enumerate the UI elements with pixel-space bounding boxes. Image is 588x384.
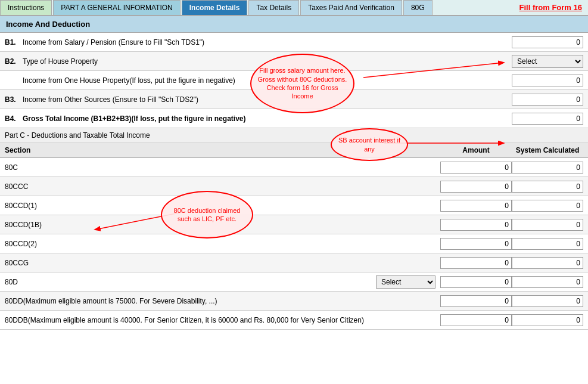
row-b1-id: B1. (5, 38, 23, 47)
row-b1-input[interactable] (512, 36, 583, 48)
tab-income-details[interactable]: Income Details (182, 0, 248, 15)
input-80ccd1-amount[interactable] (440, 200, 512, 212)
select-80d[interactable]: Select (376, 275, 435, 289)
annotation-bubble-1: Fill gross salary amount here. Gross wit… (250, 54, 354, 113)
row-b4-input[interactable] (512, 113, 583, 125)
annotation-bubble-3: 80C deduction claimed such as LIC, PF et… (161, 191, 253, 239)
input-80ccd2-syscalc[interactable] (512, 238, 583, 250)
input-80ddb-syscalc[interactable] (512, 314, 583, 326)
label-80ccd2: 80CCD(2) (5, 240, 440, 248)
input-80dd-syscalc[interactable] (512, 295, 583, 307)
tab-tax-details[interactable]: Tax Details (248, 0, 299, 15)
row-80ccd1: 80CCD(1) (0, 196, 588, 215)
tab-part-a[interactable]: PART A GENERAL INFORMATION (53, 0, 180, 15)
th-syscalc: System Calculated (512, 146, 583, 154)
row-80c: 80C (0, 158, 588, 177)
table-headers: Section Amount System Calculated (0, 143, 588, 158)
input-80dd-amount[interactable] (440, 295, 512, 307)
label-80ccc: 80CCC (5, 182, 440, 191)
row-80ccg: 80CCG (0, 253, 588, 272)
th-amount: Amount (440, 146, 512, 154)
label-80d: 80D (5, 278, 376, 286)
input-80ccd1-syscalc[interactable] (512, 200, 583, 212)
row-80ccc: 80CCC (0, 177, 588, 196)
fill-from-form-link[interactable]: Fill from Form 16 (514, 0, 588, 15)
tab-instructions[interactable]: Instructions (0, 0, 52, 15)
tab-taxes-paid[interactable]: Taxes Paid And Verification (300, 0, 402, 15)
label-80dd: 80DD(Maximum eligible amount is 75000. F… (5, 297, 440, 305)
row-80dd: 80DD(Maximum eligible amount is 75000. F… (0, 292, 588, 311)
part-c-header: Part C - Deductions and Taxable Total In… (0, 128, 588, 143)
row-b1-label: Income from Salary / Pension (Ensure to … (23, 38, 512, 47)
section-header: Income And Deduction (0, 16, 588, 33)
input-80ccg-syscalc[interactable] (512, 257, 583, 269)
row-house-input[interactable] (512, 75, 583, 86)
input-80c-amount[interactable] (440, 162, 512, 174)
row-80ccd1b: 80CCD(1B) (0, 215, 588, 234)
row-80d: 80D Select (0, 272, 588, 292)
input-80ccd2-amount[interactable] (440, 238, 512, 250)
row-b3-input[interactable] (512, 94, 583, 106)
input-80ccd1b-amount[interactable] (440, 219, 512, 231)
nav-tabs: Instructions PART A GENERAL INFORMATION … (0, 0, 588, 16)
label-80c: 80C (5, 163, 440, 172)
input-80ccc-syscalc[interactable] (512, 181, 583, 193)
row-b4-id: B4. (5, 114, 23, 123)
row-b2-select[interactable]: Select (512, 55, 583, 68)
row-80ddb: 80DDB(Maximum eligible amount is 40000. … (0, 311, 588, 330)
row-b2-id: B2. (5, 57, 23, 66)
row-b1: B1. Income from Salary / Pension (Ensure… (0, 33, 588, 52)
tab-80g[interactable]: 80G (403, 0, 433, 15)
input-80ddb-amount[interactable] (440, 314, 512, 326)
input-80c-syscalc[interactable] (512, 162, 583, 174)
annotation-bubble-2: SB account interest if any (331, 128, 408, 161)
input-80ccd1b-syscalc[interactable] (512, 219, 583, 231)
content-wrapper: B1. Income from Salary / Pension (Ensure… (0, 33, 588, 330)
row-b4-label: Gross Total Income (B1+B2+B3)(If loss, p… (23, 114, 512, 123)
row-b3-id: B3. (5, 95, 23, 104)
input-80d-syscalc[interactable] (512, 276, 583, 288)
input-80ccg-amount[interactable] (440, 257, 512, 269)
input-80ccc-amount[interactable] (440, 181, 512, 193)
input-80d-amount[interactable] (440, 276, 512, 288)
label-80ddb: 80DDB(Maximum eligible amount is 40000. … (5, 316, 440, 324)
label-80ccg: 80CCG (5, 259, 440, 267)
row-80ccd2: 80CCD(2) (0, 234, 588, 253)
